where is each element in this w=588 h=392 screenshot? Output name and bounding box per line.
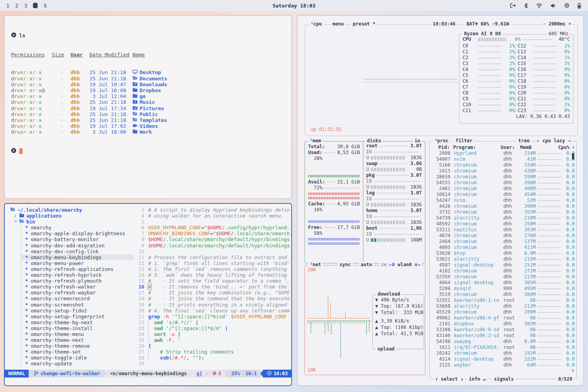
- name-cell[interactable]: Dropbox: [127, 87, 161, 93]
- proc-select-hint[interactable]: ↑ select ↓: [434, 376, 465, 382]
- proc-row[interactable]: 54531chromiumdhh206M0.0: [433, 180, 575, 186]
- proc-panel-title[interactable]: ⁴proc: [433, 138, 450, 144]
- tree-dir-applications[interactable]: ❯applications: [5, 213, 134, 219]
- proc-row[interactable]: 1611irq/81-PIXA3854:root0B0.0: [433, 345, 575, 350]
- name-cell[interactable]: Downloads: [127, 82, 167, 87]
- proc-row[interactable]: 53211nautilusdhh303M0.0: [433, 227, 575, 233]
- proc-row[interactable]: 2008Hyprlanddhh234M0.0: [433, 151, 575, 156]
- proc-row[interactable]: 5166chromiumdhh334M0.0: [433, 162, 575, 168]
- proc-row[interactable]: 54247nvimdhh52M0.0: [433, 198, 575, 203]
- iface-prev[interactable]: ←b: [389, 262, 395, 267]
- tree-item-omarchy-dev-config-link[interactable]: *omarchy-dev-config-link: [21, 249, 134, 254]
- menu-button[interactable]: menu: [331, 21, 345, 27]
- gear-icon[interactable]: [564, 3, 570, 8]
- name-cell[interactable]: Templates: [127, 117, 167, 123]
- tree-item-omarchy-toggle-idle[interactable]: *omarchy-toggle-idle: [21, 355, 134, 361]
- battery-icon[interactable]: [577, 3, 581, 9]
- tree-item-omarchy-refresh-walker[interactable]: *omarchy-refresh-walker: [21, 284, 134, 290]
- mem-panel-title[interactable]: ²mem: [308, 138, 323, 144]
- tree-item-omarchy-refresh-applications[interactable]: *omarchy-refresh-applications: [21, 266, 134, 272]
- prompt-row-2[interactable]: [11, 148, 291, 154]
- tree-item-omarchy-theme-menu[interactable]: *omarchy-theme-menu: [21, 331, 134, 337]
- interval-plus[interactable]: +: [568, 21, 571, 27]
- tree-item-omarchy-refresh-waybar[interactable]: *omarchy-refresh-waybar: [21, 290, 134, 296]
- name-cell[interactable]: Music: [127, 99, 155, 105]
- proc-row[interactable]: 45529chromiumdhh209M0.0: [433, 309, 575, 315]
- proc-row[interactable]: 54907nvimdhh41M0.0: [433, 156, 575, 162]
- monitor-window[interactable]: ¹cpu menu preset * 18:03:46 BAT▼ 60% -9.…: [297, 15, 584, 386]
- proc-row[interactable]: 54198swaybgdhh8.0M0.0: [433, 339, 575, 345]
- proc-row[interactable]: 4426chromiumdhh306M0.0: [433, 203, 575, 209]
- proc-col-program[interactable]: Program:: [450, 145, 500, 151]
- net-sync-button[interactable]: sync: [338, 262, 352, 268]
- proc-row[interactable]: 2125waybardhh64M0.0: [433, 362, 575, 368]
- tree-item-omarchy-theme-install[interactable]: *omarchy-theme-install: [21, 325, 134, 331]
- tree-item-omarchy-setup-fingerprint[interactable]: *omarchy-setup-fingerprint: [21, 314, 134, 319]
- proc-row[interactable]: 10242chromiumdhh191M0.0: [433, 350, 575, 356]
- terminal-window[interactable]: ls PermissionsSizeUserDate ModifiedName …: [4, 15, 292, 199]
- tree-item-omarchy-menu-power[interactable]: *omarchy-menu-power: [21, 260, 134, 266]
- tree-item-omarchy-refresh-hyprlock[interactable]: *omarchy-refresh-hyprlock: [21, 272, 134, 278]
- proc-filter-button[interactable]: filter: [454, 138, 474, 144]
- proc-row[interactable]: 53638btopdhh8.0M0.0: [433, 250, 575, 256]
- disks-panel-title[interactable]: disks: [365, 138, 383, 144]
- proc-col-mem[interactable]: MemB: [516, 145, 532, 151]
- proc-row[interactable]: 53621alacrittydhh215M0.0: [433, 256, 575, 262]
- proc-sort-control[interactable]: ← cpu lazy →: [535, 138, 572, 144]
- name-cell[interactable]: Public: [127, 111, 158, 117]
- bluetooth-icon[interactable]: [524, 3, 528, 9]
- proc-row[interactable]: 2191dropboxdhh383M0.0: [433, 321, 575, 327]
- proc-row[interactable]: 49962kworker/u96:4-gfroot0B0.0: [433, 315, 575, 321]
- scroll-up-arrow[interactable]: ↑: [570, 145, 575, 151]
- tree-item-omarchy-theme-set[interactable]: *omarchy-theme-set: [21, 349, 134, 355]
- proc-row[interactable]: 52551kworker/u96:1-coroot0B0.0: [433, 298, 575, 303]
- proc-col-pid[interactable]: Pid:: [433, 145, 450, 151]
- scroll-down-arrow[interactable]: ↓: [572, 367, 574, 373]
- tree-item-omarchy-setup-fido2[interactable]: *omarchy-setup-fido2: [21, 308, 134, 314]
- proc-info-hint[interactable]: info ↵: [467, 376, 487, 382]
- tree-item-omarchy-theme-bg-next[interactable]: *omarchy-theme-bg-next: [21, 319, 134, 325]
- disks-io-title[interactable]: io: [413, 138, 422, 144]
- proc-signals-hint[interactable]: signals: [492, 376, 515, 382]
- proc-row[interactable]: 4674chromiumdhh276M0.0: [433, 233, 575, 239]
- tree-item-omarchy-dev-add-migration[interactable]: *omarchy-dev-add-migration: [21, 243, 134, 249]
- preset-button[interactable]: preset *: [351, 21, 377, 27]
- iface-next[interactable]: n→: [415, 262, 420, 267]
- proc-row[interactable]: 53208kworker/u96:0-sdroot0B0.0: [433, 327, 575, 333]
- proc-row[interactable]: 2413chromiumdhh438M0.0: [433, 168, 575, 174]
- tree-item-omarchy-battery-monitor[interactable]: *omarchy-battery-monitor: [21, 236, 134, 242]
- proc-row[interactable]: 2461chromiumdhh408M0.0: [433, 186, 575, 192]
- code-pane[interactable]: 3# A script to display Hyprland keybindi…: [134, 204, 291, 370]
- cpu-panel-title[interactable]: ¹cpu: [309, 21, 323, 27]
- wifi-icon[interactable]: [536, 3, 543, 8]
- proc-scrollbar-thumb[interactable]: [572, 153, 574, 160]
- editor-window[interactable]: ~/.local/share/omarchy❯applications❯bin*…: [4, 203, 292, 386]
- interval-minus[interactable]: -: [543, 21, 546, 27]
- net-auto-button[interactable]: auto: [359, 262, 374, 268]
- proc-row[interactable]: 2464chromiumdhh137M0.0: [433, 239, 575, 245]
- name-cell[interactable]: Work: [127, 129, 152, 135]
- proc-row[interactable]: 16614chromiumdhh454M0.0: [433, 192, 575, 198]
- proc-row[interactable]: 52359chromiumdhh213M0.0: [433, 274, 575, 280]
- sort-prev[interactable]: ←: [537, 138, 539, 143]
- tree-item-omarchy-update[interactable]: *omarchy-update: [21, 361, 134, 367]
- name-cell[interactable]: Documents: [127, 76, 167, 82]
- proc-row[interactable]: 4805chromiumdhh411M0.0: [433, 245, 575, 250]
- tree-item-omarchy-screenrecord[interactable]: *omarchy-screenrecord: [21, 296, 134, 301]
- tree-item-omarchy-apple-display-brightness[interactable]: *omarchy-apple-display-brightness: [21, 230, 134, 236]
- proc-col-user[interactable]: User:: [500, 145, 516, 151]
- name-cell[interactable]: Pictures: [127, 105, 164, 111]
- logout-icon[interactable]: [510, 3, 516, 8]
- tree-root-item[interactable]: ~/.local/share/omarchy: [5, 207, 134, 213]
- name-cell[interactable]: Desktop: [127, 69, 161, 75]
- tree-dir-bin[interactable]: ❯bin: [5, 219, 134, 225]
- tree-item-omarchy[interactable]: *omarchy: [21, 225, 134, 230]
- tree-item-omarchy-menu-keybindings[interactable]: *omarchy-menu-keybindings: [21, 254, 134, 260]
- sort-next[interactable]: →: [568, 138, 571, 143]
- name-cell[interactable]: Videos: [127, 123, 158, 129]
- volume-icon[interactable]: [550, 3, 556, 8]
- proc-row[interactable]: 4664signal-desktopdhh385M0.0: [433, 280, 575, 286]
- proc-row[interactable]: 53668alacrittydhh212M0.0: [433, 303, 575, 309]
- proc-col-cpu[interactable]: Cpu%: [558, 145, 570, 151]
- proc-row[interactable]: 4514signal-desktopdhh332M0.0: [433, 356, 575, 362]
